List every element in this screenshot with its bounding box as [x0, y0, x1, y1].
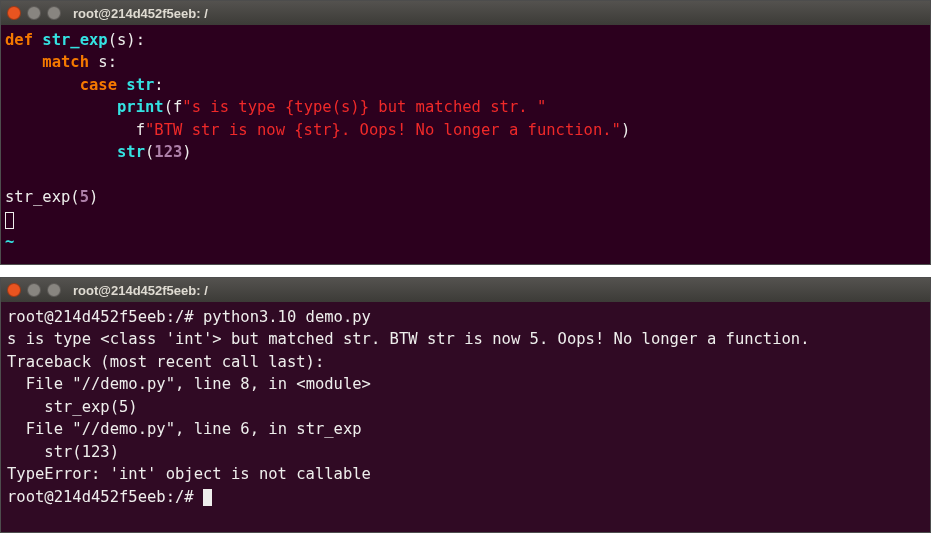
close-icon[interactable] [7, 283, 21, 297]
string-literal: "BTW str is now {str}. Oops! No longer a… [145, 121, 621, 139]
editor-content[interactable]: def str_exp(s): match s: case str: print… [1, 25, 930, 264]
editor-window: root@214d452f5eeb: / def str_exp(s): mat… [0, 0, 931, 265]
code-text: ) [89, 188, 98, 206]
code-text: ) [621, 121, 630, 139]
terminal-prompt: root@214d452f5eeb:/# [7, 488, 203, 506]
terminal-line: root@214d452f5eeb:/# python3.10 demo.py [7, 308, 371, 326]
keyword-def: def [5, 31, 33, 49]
terminal-line: TypeError: 'int' object is not callable [7, 465, 371, 483]
window-title: root@214d452f5eeb: / [73, 6, 208, 21]
keyword-match: match [42, 53, 89, 71]
window-title: root@214d452f5eeb: / [73, 283, 208, 298]
terminal-line: File "//demo.py", line 8, in <module> [7, 375, 371, 393]
code-text: s: [89, 53, 117, 71]
minimize-icon[interactable] [27, 283, 41, 297]
code-text: (s): [108, 31, 145, 49]
terminal-line: str_exp(5) [7, 398, 138, 416]
code-text: f [5, 121, 145, 139]
editor-title-bar[interactable]: root@214d452f5eeb: / [1, 1, 930, 25]
terminal-line: Traceback (most recent call last): [7, 353, 324, 371]
terminal-content[interactable]: root@214d452f5eeb:/# python3.10 demo.py … [1, 302, 930, 532]
maximize-icon[interactable] [47, 6, 61, 20]
vim-tilde: ~ [5, 233, 14, 251]
minimize-icon[interactable] [27, 6, 41, 20]
function-name: str_exp [42, 31, 107, 49]
number-literal: 5 [80, 188, 89, 206]
type-str: str [126, 76, 154, 94]
builtin-str: str [117, 143, 145, 161]
code-text: : [154, 76, 163, 94]
terminal-title-bar[interactable]: root@214d452f5eeb: / [1, 278, 930, 302]
cursor-icon [203, 489, 212, 506]
terminal-line: str(123) [7, 443, 119, 461]
window-gap [0, 265, 931, 277]
number-literal: 123 [154, 143, 182, 161]
builtin-print: print [117, 98, 164, 116]
terminal-line: s is type <class 'int'> but matched str.… [7, 330, 810, 348]
code-text: ( [145, 143, 154, 161]
terminal-window: root@214d452f5eeb: / root@214d452f5eeb:/… [0, 277, 931, 533]
keyword-case: case [80, 76, 117, 94]
code-text: ) [182, 143, 191, 161]
maximize-icon[interactable] [47, 283, 61, 297]
code-text: (f [164, 98, 183, 116]
code-text: str_exp( [5, 188, 80, 206]
cursor-icon [5, 212, 14, 229]
string-literal: "s is type {type(s)} but matched str. " [182, 98, 546, 116]
close-icon[interactable] [7, 6, 21, 20]
terminal-line: File "//demo.py", line 6, in str_exp [7, 420, 362, 438]
